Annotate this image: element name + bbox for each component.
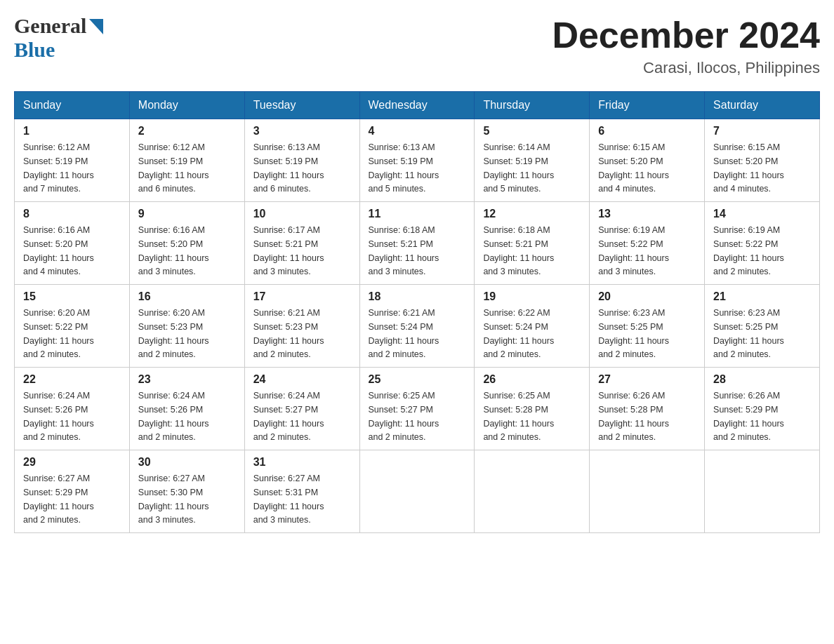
calendar-cell: 24 Sunrise: 6:24 AMSunset: 5:27 PMDaylig…: [244, 368, 359, 450]
month-title: December 2024: [552, 14, 820, 56]
column-header-tuesday: Tuesday: [244, 92, 359, 119]
day-number: 29: [23, 456, 121, 469]
day-number: 2: [138, 125, 236, 137]
day-info: Sunrise: 6:26 AMSunset: 5:29 PMDaylight:…: [713, 391, 784, 442]
title-section: December 2024 Carasi, Ilocos, Philippine…: [552, 14, 820, 77]
day-info: Sunrise: 6:18 AMSunset: 5:21 PMDaylight:…: [483, 225, 554, 276]
calendar-cell: 26 Sunrise: 6:25 AMSunset: 5:28 PMDaylig…: [475, 368, 590, 450]
day-number: 4: [369, 125, 466, 137]
column-header-friday: Friday: [590, 92, 705, 119]
calendar-cell: 17 Sunrise: 6:21 AMSunset: 5:23 PMDaylig…: [244, 285, 359, 368]
day-info: Sunrise: 6:18 AMSunset: 5:21 PMDaylight:…: [369, 225, 439, 276]
day-number: 6: [598, 125, 696, 137]
day-number: 27: [598, 373, 696, 386]
day-info: Sunrise: 6:27 AMSunset: 5:31 PMDaylight:…: [253, 474, 324, 525]
day-number: 25: [369, 373, 466, 386]
svg-marker-0: [89, 19, 103, 34]
day-number: 21: [713, 290, 811, 303]
calendar-cell: 13 Sunrise: 6:19 AMSunset: 5:22 PMDaylig…: [590, 202, 705, 285]
day-info: Sunrise: 6:16 AMSunset: 5:20 PMDaylight:…: [23, 225, 94, 276]
day-info: Sunrise: 6:20 AMSunset: 5:22 PMDaylight:…: [23, 308, 94, 359]
day-number: 22: [23, 373, 121, 386]
day-number: 1: [23, 125, 121, 137]
day-info: Sunrise: 6:21 AMSunset: 5:24 PMDaylight:…: [369, 308, 439, 359]
day-number: 28: [713, 373, 811, 386]
day-number: 5: [483, 125, 581, 137]
calendar-table: SundayMondayTuesdayWednesdayThursdayFrid…: [14, 91, 820, 533]
day-number: 8: [23, 208, 121, 220]
day-info: Sunrise: 6:23 AMSunset: 5:25 PMDaylight:…: [598, 308, 669, 359]
week-row-4: 22 Sunrise: 6:24 AMSunset: 5:26 PMDaylig…: [15, 368, 820, 450]
column-header-wednesday: Wednesday: [359, 92, 475, 119]
calendar-cell: 20 Sunrise: 6:23 AMSunset: 5:25 PMDaylig…: [590, 285, 705, 368]
day-number: 11: [369, 208, 466, 220]
calendar-cell: 15 Sunrise: 6:20 AMSunset: 5:22 PMDaylig…: [15, 285, 130, 368]
calendar-cell: 22 Sunrise: 6:24 AMSunset: 5:26 PMDaylig…: [15, 368, 130, 450]
day-number: 12: [483, 208, 581, 220]
day-number: 10: [253, 208, 351, 220]
logo: General Blue: [14, 14, 103, 62]
day-number: 31: [253, 456, 351, 469]
calendar-cell: 30 Sunrise: 6:27 AMSunset: 5:30 PMDaylig…: [129, 450, 244, 533]
column-header-monday: Monday: [129, 92, 244, 119]
week-row-3: 15 Sunrise: 6:20 AMSunset: 5:22 PMDaylig…: [15, 285, 820, 368]
day-info: Sunrise: 6:16 AMSunset: 5:20 PMDaylight:…: [138, 225, 209, 276]
day-info: Sunrise: 6:22 AMSunset: 5:24 PMDaylight:…: [483, 308, 554, 359]
calendar-header-row: SundayMondayTuesdayWednesdayThursdayFrid…: [15, 92, 820, 119]
calendar-cell: 18 Sunrise: 6:21 AMSunset: 5:24 PMDaylig…: [359, 285, 475, 368]
day-info: Sunrise: 6:24 AMSunset: 5:26 PMDaylight:…: [138, 391, 209, 442]
calendar-cell: 4 Sunrise: 6:13 AMSunset: 5:19 PMDayligh…: [359, 119, 475, 202]
day-number: 24: [253, 373, 351, 386]
day-number: 19: [483, 290, 581, 303]
calendar-cell: 19 Sunrise: 6:22 AMSunset: 5:24 PMDaylig…: [475, 285, 590, 368]
day-number: 26: [483, 373, 581, 386]
day-info: Sunrise: 6:13 AMSunset: 5:19 PMDaylight:…: [253, 142, 324, 194]
calendar-cell: 31 Sunrise: 6:27 AMSunset: 5:31 PMDaylig…: [244, 450, 359, 533]
day-info: Sunrise: 6:19 AMSunset: 5:22 PMDaylight:…: [713, 225, 784, 276]
day-info: Sunrise: 6:27 AMSunset: 5:29 PMDaylight:…: [23, 474, 94, 525]
page-header: General Blue December 2024 Carasi, Iloco…: [14, 14, 820, 77]
location-title: Carasi, Ilocos, Philippines: [552, 59, 820, 77]
day-info: Sunrise: 6:15 AMSunset: 5:20 PMDaylight:…: [713, 142, 784, 194]
day-number: 13: [598, 208, 696, 220]
day-info: Sunrise: 6:25 AMSunset: 5:28 PMDaylight:…: [483, 391, 554, 442]
calendar-cell: [590, 450, 705, 533]
week-row-1: 1 Sunrise: 6:12 AMSunset: 5:19 PMDayligh…: [15, 119, 820, 202]
logo-general-text: General: [14, 14, 86, 38]
week-row-5: 29 Sunrise: 6:27 AMSunset: 5:29 PMDaylig…: [15, 450, 820, 533]
column-header-saturday: Saturday: [705, 92, 820, 119]
calendar-cell: 10 Sunrise: 6:17 AMSunset: 5:21 PMDaylig…: [244, 202, 359, 285]
calendar-cell: 2 Sunrise: 6:12 AMSunset: 5:19 PMDayligh…: [129, 119, 244, 202]
calendar-cell: 12 Sunrise: 6:18 AMSunset: 5:21 PMDaylig…: [475, 202, 590, 285]
calendar-cell: [705, 450, 820, 533]
day-number: 15: [23, 290, 121, 303]
calendar-cell: 29 Sunrise: 6:27 AMSunset: 5:29 PMDaylig…: [15, 450, 130, 533]
day-info: Sunrise: 6:21 AMSunset: 5:23 PMDaylight:…: [253, 308, 324, 359]
calendar-cell: 11 Sunrise: 6:18 AMSunset: 5:21 PMDaylig…: [359, 202, 475, 285]
day-number: 16: [138, 290, 236, 303]
day-info: Sunrise: 6:23 AMSunset: 5:25 PMDaylight:…: [713, 308, 784, 359]
day-number: 20: [598, 290, 696, 303]
column-header-sunday: Sunday: [15, 92, 130, 119]
calendar-cell: 7 Sunrise: 6:15 AMSunset: 5:20 PMDayligh…: [705, 119, 820, 202]
day-info: Sunrise: 6:12 AMSunset: 5:19 PMDaylight:…: [138, 142, 209, 194]
day-info: Sunrise: 6:26 AMSunset: 5:28 PMDaylight:…: [598, 391, 669, 442]
day-number: 17: [253, 290, 351, 303]
day-number: 9: [138, 208, 236, 220]
day-number: 7: [713, 125, 811, 137]
logo-blue-text: Blue: [14, 38, 55, 62]
column-header-thursday: Thursday: [475, 92, 590, 119]
calendar-cell: 6 Sunrise: 6:15 AMSunset: 5:20 PMDayligh…: [590, 119, 705, 202]
calendar-cell: 25 Sunrise: 6:25 AMSunset: 5:27 PMDaylig…: [359, 368, 475, 450]
day-number: 3: [253, 125, 351, 137]
calendar-cell: 27 Sunrise: 6:26 AMSunset: 5:28 PMDaylig…: [590, 368, 705, 450]
calendar-cell: 16 Sunrise: 6:20 AMSunset: 5:23 PMDaylig…: [129, 285, 244, 368]
calendar-cell: [475, 450, 590, 533]
day-info: Sunrise: 6:12 AMSunset: 5:19 PMDaylight:…: [23, 142, 94, 194]
day-info: Sunrise: 6:17 AMSunset: 5:21 PMDaylight:…: [253, 225, 324, 276]
day-info: Sunrise: 6:24 AMSunset: 5:26 PMDaylight:…: [23, 391, 94, 442]
day-info: Sunrise: 6:24 AMSunset: 5:27 PMDaylight:…: [253, 391, 324, 442]
day-info: Sunrise: 6:27 AMSunset: 5:30 PMDaylight:…: [138, 474, 209, 525]
day-info: Sunrise: 6:14 AMSunset: 5:19 PMDaylight:…: [483, 142, 554, 194]
calendar-cell: 21 Sunrise: 6:23 AMSunset: 5:25 PMDaylig…: [705, 285, 820, 368]
